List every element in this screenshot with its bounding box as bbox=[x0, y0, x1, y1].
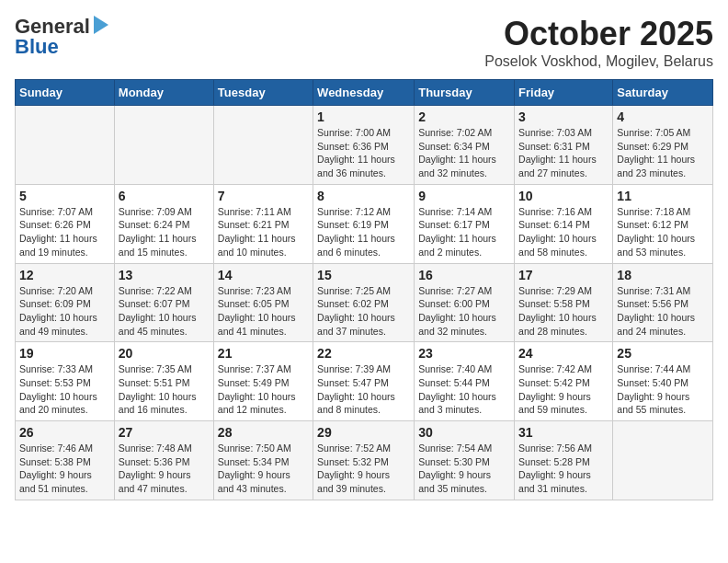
col-header-thursday: Thursday bbox=[415, 80, 515, 106]
day-info: Sunrise: 7:29 AM Sunset: 5:58 PM Dayligh… bbox=[518, 284, 609, 339]
day-info: Sunrise: 7:33 AM Sunset: 5:53 PM Dayligh… bbox=[19, 362, 110, 417]
calendar-header-row: SundayMondayTuesdayWednesdayThursdayFrid… bbox=[16, 80, 713, 106]
day-info: Sunrise: 7:54 AM Sunset: 5:30 PM Dayligh… bbox=[418, 442, 510, 496]
calendar-cell: 8Sunrise: 7:12 AM Sunset: 6:19 PM Daylig… bbox=[313, 184, 415, 263]
logo-arrow-icon bbox=[92, 16, 108, 38]
day-number: 31 bbox=[518, 425, 609, 440]
month-title: October 2025 bbox=[484, 15, 713, 53]
day-number: 26 bbox=[19, 425, 110, 440]
day-number: 5 bbox=[19, 189, 110, 203]
calendar-week-row: 12Sunrise: 7:20 AM Sunset: 6:09 PM Dayli… bbox=[16, 263, 713, 342]
calendar-cell: 28Sunrise: 7:50 AM Sunset: 5:34 PM Dayli… bbox=[213, 421, 313, 500]
calendar-cell: 29Sunrise: 7:52 AM Sunset: 5:32 PM Dayli… bbox=[313, 421, 415, 500]
day-number: 11 bbox=[617, 189, 709, 203]
calendar-cell: 9Sunrise: 7:14 AM Sunset: 6:17 PM Daylig… bbox=[415, 184, 515, 263]
calendar-cell: 23Sunrise: 7:40 AM Sunset: 5:44 PM Dayli… bbox=[415, 342, 515, 421]
logo-blue: Blue bbox=[15, 35, 59, 59]
day-info: Sunrise: 7:48 AM Sunset: 5:36 PM Dayligh… bbox=[119, 442, 210, 496]
day-info: Sunrise: 7:23 AM Sunset: 6:05 PM Dayligh… bbox=[218, 284, 309, 339]
day-number: 16 bbox=[418, 268, 510, 282]
day-info: Sunrise: 7:42 AM Sunset: 5:42 PM Dayligh… bbox=[518, 362, 609, 417]
day-info: Sunrise: 7:39 AM Sunset: 5:47 PM Dayligh… bbox=[317, 362, 410, 417]
calendar-cell: 16Sunrise: 7:27 AM Sunset: 6:00 PM Dayli… bbox=[415, 263, 515, 342]
day-number: 7 bbox=[218, 189, 309, 203]
day-info: Sunrise: 7:03 AM Sunset: 6:31 PM Dayligh… bbox=[518, 126, 609, 180]
page-header: General Blue October 2025 Poselok Voskho… bbox=[15, 15, 713, 70]
day-number: 20 bbox=[119, 346, 210, 361]
day-number: 15 bbox=[317, 268, 410, 282]
calendar-cell: 17Sunrise: 7:29 AM Sunset: 5:58 PM Dayli… bbox=[515, 263, 613, 342]
day-info: Sunrise: 7:18 AM Sunset: 6:12 PM Dayligh… bbox=[617, 205, 709, 259]
day-info: Sunrise: 7:05 AM Sunset: 6:29 PM Dayligh… bbox=[617, 126, 709, 180]
day-info: Sunrise: 7:37 AM Sunset: 5:49 PM Dayligh… bbox=[218, 362, 309, 417]
day-info: Sunrise: 7:07 AM Sunset: 6:26 PM Dayligh… bbox=[19, 205, 110, 259]
day-number: 14 bbox=[218, 268, 309, 282]
title-area: October 2025 Poselok Voskhod, Mogilev, B… bbox=[484, 15, 713, 70]
calendar-cell bbox=[114, 106, 213, 185]
calendar-cell: 1Sunrise: 7:00 AM Sunset: 6:36 PM Daylig… bbox=[313, 106, 415, 185]
calendar-cell: 24Sunrise: 7:42 AM Sunset: 5:42 PM Dayli… bbox=[515, 342, 613, 421]
calendar-cell: 20Sunrise: 7:35 AM Sunset: 5:51 PM Dayli… bbox=[114, 342, 213, 421]
calendar-cell: 26Sunrise: 7:46 AM Sunset: 5:38 PM Dayli… bbox=[16, 421, 115, 500]
calendar-week-row: 19Sunrise: 7:33 AM Sunset: 5:53 PM Dayli… bbox=[16, 342, 713, 421]
calendar-cell: 6Sunrise: 7:09 AM Sunset: 6:24 PM Daylig… bbox=[114, 184, 213, 263]
day-number: 24 bbox=[518, 346, 609, 361]
calendar-table: SundayMondayTuesdayWednesdayThursdayFrid… bbox=[15, 79, 713, 500]
col-header-monday: Monday bbox=[114, 80, 213, 106]
col-header-saturday: Saturday bbox=[613, 80, 713, 106]
day-info: Sunrise: 7:00 AM Sunset: 6:36 PM Dayligh… bbox=[317, 126, 410, 180]
day-number: 1 bbox=[317, 109, 410, 124]
day-number: 23 bbox=[418, 346, 510, 361]
calendar-cell: 13Sunrise: 7:22 AM Sunset: 6:07 PM Dayli… bbox=[114, 263, 213, 342]
day-info: Sunrise: 7:40 AM Sunset: 5:44 PM Dayligh… bbox=[418, 362, 510, 417]
day-number: 18 bbox=[617, 268, 709, 282]
day-number: 4 bbox=[617, 109, 709, 124]
day-number: 17 bbox=[518, 268, 609, 282]
col-header-sunday: Sunday bbox=[16, 80, 115, 106]
calendar-cell: 4Sunrise: 7:05 AM Sunset: 6:29 PM Daylig… bbox=[613, 106, 713, 185]
day-number: 19 bbox=[19, 346, 110, 361]
day-number: 29 bbox=[317, 425, 410, 440]
day-number: 30 bbox=[418, 425, 510, 440]
day-info: Sunrise: 7:14 AM Sunset: 6:17 PM Dayligh… bbox=[418, 205, 510, 259]
calendar-cell: 18Sunrise: 7:31 AM Sunset: 5:56 PM Dayli… bbox=[613, 263, 713, 342]
day-info: Sunrise: 7:27 AM Sunset: 6:00 PM Dayligh… bbox=[418, 284, 510, 339]
day-info: Sunrise: 7:44 AM Sunset: 5:40 PM Dayligh… bbox=[617, 362, 709, 417]
day-info: Sunrise: 7:52 AM Sunset: 5:32 PM Dayligh… bbox=[317, 442, 410, 496]
calendar-week-row: 26Sunrise: 7:46 AM Sunset: 5:38 PM Dayli… bbox=[16, 421, 713, 500]
calendar-cell: 10Sunrise: 7:16 AM Sunset: 6:14 PM Dayli… bbox=[515, 184, 613, 263]
calendar-cell: 22Sunrise: 7:39 AM Sunset: 5:47 PM Dayli… bbox=[313, 342, 415, 421]
calendar-cell: 12Sunrise: 7:20 AM Sunset: 6:09 PM Dayli… bbox=[16, 263, 115, 342]
day-info: Sunrise: 7:12 AM Sunset: 6:19 PM Dayligh… bbox=[317, 205, 410, 259]
calendar-cell bbox=[213, 106, 313, 185]
calendar-cell: 21Sunrise: 7:37 AM Sunset: 5:49 PM Dayli… bbox=[213, 342, 313, 421]
calendar-cell: 27Sunrise: 7:48 AM Sunset: 5:36 PM Dayli… bbox=[114, 421, 213, 500]
day-number: 2 bbox=[418, 109, 510, 124]
day-number: 12 bbox=[19, 268, 110, 282]
day-info: Sunrise: 7:25 AM Sunset: 6:02 PM Dayligh… bbox=[317, 284, 410, 339]
day-number: 9 bbox=[418, 189, 510, 203]
calendar-cell: 30Sunrise: 7:54 AM Sunset: 5:30 PM Dayli… bbox=[415, 421, 515, 500]
day-info: Sunrise: 7:22 AM Sunset: 6:07 PM Dayligh… bbox=[119, 284, 210, 339]
calendar-cell: 31Sunrise: 7:56 AM Sunset: 5:28 PM Dayli… bbox=[515, 421, 613, 500]
calendar-cell: 3Sunrise: 7:03 AM Sunset: 6:31 PM Daylig… bbox=[515, 106, 613, 185]
calendar-cell: 7Sunrise: 7:11 AM Sunset: 6:21 PM Daylig… bbox=[213, 184, 313, 263]
calendar-cell: 25Sunrise: 7:44 AM Sunset: 5:40 PM Dayli… bbox=[613, 342, 713, 421]
day-number: 3 bbox=[518, 109, 609, 124]
day-number: 8 bbox=[317, 189, 410, 203]
day-number: 13 bbox=[119, 268, 210, 282]
col-header-wednesday: Wednesday bbox=[313, 80, 415, 106]
col-header-friday: Friday bbox=[515, 80, 613, 106]
calendar-cell: 5Sunrise: 7:07 AM Sunset: 6:26 PM Daylig… bbox=[16, 184, 115, 263]
calendar-cell bbox=[613, 421, 713, 500]
day-info: Sunrise: 7:56 AM Sunset: 5:28 PM Dayligh… bbox=[518, 442, 609, 496]
calendar-cell: 15Sunrise: 7:25 AM Sunset: 6:02 PM Dayli… bbox=[313, 263, 415, 342]
day-number: 10 bbox=[518, 189, 609, 203]
calendar-week-row: 1Sunrise: 7:00 AM Sunset: 6:36 PM Daylig… bbox=[16, 106, 713, 185]
day-number: 22 bbox=[317, 346, 410, 361]
calendar-week-row: 5Sunrise: 7:07 AM Sunset: 6:26 PM Daylig… bbox=[16, 184, 713, 263]
day-number: 6 bbox=[119, 189, 210, 203]
calendar-cell: 11Sunrise: 7:18 AM Sunset: 6:12 PM Dayli… bbox=[613, 184, 713, 263]
day-number: 28 bbox=[218, 425, 309, 440]
svg-marker-0 bbox=[94, 16, 108, 34]
